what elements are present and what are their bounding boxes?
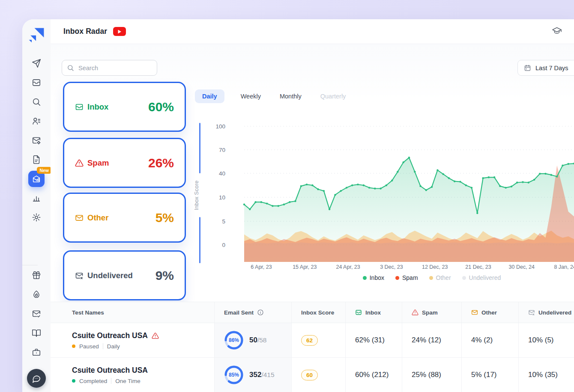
sidebar-item-gifts[interactable]	[22, 265, 51, 285]
svg-text:0: 0	[222, 242, 225, 248]
stat-card-undelivered[interactable]: Undelivered 9%	[63, 250, 186, 300]
info-icon[interactable]	[257, 309, 264, 316]
legend-dot	[363, 276, 367, 280]
sidebar-item-search[interactable]	[22, 92, 51, 111]
sidebar-item-settings[interactable]	[22, 208, 51, 227]
table-row[interactable]: Csuite Outreach USA PausedDaily 86% 50/5…	[51, 323, 574, 358]
youtube-badge[interactable]	[113, 27, 126, 36]
warning-icon	[152, 332, 159, 339]
document-icon	[32, 155, 41, 164]
stat-card-other[interactable]: Other 5%	[63, 193, 186, 243]
page-title: Inbox Radar	[63, 27, 107, 36]
legend-undelivered[interactable]: Undelivered	[462, 274, 501, 281]
deliverability-chart[interactable]: 051040701006 Apr, 2315 Apr, 2324 Apr, 23…	[206, 120, 574, 274]
sidebar-item-contacts[interactable]	[22, 111, 51, 131]
sent-count: 352	[249, 371, 261, 379]
svg-text:15 Apr, 23: 15 Apr, 23	[293, 264, 317, 270]
table-header: Test Names Email Sent Inbox Score Inbox …	[51, 302, 574, 323]
sidebar-item-send[interactable]	[22, 53, 51, 73]
page: { "header": { "title": "Inbox Radar" }, …	[0, 0, 574, 392]
sidebar-item-inbox-radar[interactable]: New	[22, 169, 51, 188]
sidebar-item-deliverability[interactable]	[22, 285, 51, 304]
app-window: New Inbox Radar	[22, 19, 574, 392]
app-logo[interactable]	[22, 19, 51, 44]
mail-x-icon	[528, 309, 535, 316]
stat-card-label: Spam	[87, 158, 109, 168]
chat-icon	[32, 374, 41, 383]
logo-icon	[27, 25, 46, 44]
svg-text:24 Apr, 23: 24 Apr, 23	[336, 264, 360, 270]
sidebar-item-email-verify[interactable]	[22, 304, 51, 323]
alert-triangle-icon	[75, 159, 84, 167]
bar-chart-icon	[32, 193, 41, 203]
mail-icon	[471, 309, 478, 316]
academy-icon[interactable]	[552, 26, 562, 38]
contacts-icon	[32, 116, 41, 126]
chat-widget-button[interactable]	[27, 369, 46, 388]
search-input[interactable]	[62, 60, 157, 76]
col-spam: Spam	[402, 302, 461, 323]
col-inbox-score: Inbox Score	[291, 302, 345, 323]
legend-inbox[interactable]: Inbox	[363, 274, 384, 281]
mail-chart-icon	[32, 174, 41, 184]
sidebar-item-toolbox[interactable]	[22, 342, 51, 362]
y-axis-line-top	[199, 123, 200, 173]
y-axis-line-bottom	[199, 217, 200, 263]
undelivered-cell: 10% (5)	[518, 323, 574, 357]
main-area: Inbox Radar Last 7 Days Inbox 60%	[51, 19, 574, 392]
tab-daily[interactable]: Daily	[195, 89, 224, 103]
tests-table: Test Names Email Sent Inbox Score Inbox …	[51, 302, 574, 392]
col-email-sent: Email Sent	[214, 302, 291, 323]
tab-monthly[interactable]: Monthly	[277, 89, 304, 103]
inbox-score-cell: 60	[291, 358, 345, 392]
sidebar-item-analytics[interactable]	[22, 188, 51, 208]
svg-text:10: 10	[219, 194, 225, 201]
y-axis-title: Inbox Score	[193, 174, 200, 216]
svg-text:5: 5	[222, 218, 225, 225]
legend-spam[interactable]: Spam	[395, 274, 418, 281]
svg-text:70: 70	[219, 147, 225, 153]
inbox-icon	[32, 78, 41, 87]
svg-text:6 Apr, 23: 6 Apr, 23	[251, 264, 272, 270]
test-name: Csuite Outreach USA	[72, 331, 159, 340]
col-other: Other	[461, 302, 518, 323]
book-icon	[32, 328, 41, 338]
stat-card-spam[interactable]: Spam 26%	[63, 138, 186, 188]
alert-triangle-icon	[412, 309, 419, 316]
score-badge: 62	[301, 335, 318, 346]
dashboard-content: Last 7 Days Inbox 60% Spam 26% Other 5% …	[51, 44, 574, 392]
stat-card-value: 26%	[148, 156, 174, 170]
sent-count: 50	[249, 336, 257, 344]
flame-icon	[32, 290, 41, 299]
sidebar-item-knowledge-base[interactable]	[22, 323, 51, 342]
search-box	[62, 60, 157, 76]
col-undelivered: Undelivered	[518, 302, 574, 323]
sidebar-item-email-settings[interactable]	[22, 131, 51, 150]
email-sent-cell: 85% 352/415	[214, 358, 291, 392]
tab-weekly[interactable]: Weekly	[238, 89, 263, 103]
inbox-radar-active-tile: New	[28, 171, 45, 187]
test-status: PausedDaily	[72, 343, 120, 350]
tab-quarterly[interactable]: Quarterly	[318, 89, 349, 103]
topbar: Inbox Radar	[51, 19, 574, 44]
mail-x-icon	[75, 271, 84, 280]
search-icon	[67, 64, 74, 71]
test-name-cell: Csuite Outreach USA PausedDaily	[51, 323, 214, 357]
new-badge: New	[37, 167, 51, 174]
table-row[interactable]: Csuite Outreach USA CompletedOne Time 85…	[51, 358, 574, 392]
sidebar-item-inbox[interactable]	[22, 73, 51, 92]
date-range-button[interactable]: Last 7 Days	[517, 60, 574, 76]
sent-total: /415	[261, 371, 274, 378]
stat-card-inbox[interactable]: Inbox 60%	[63, 82, 186, 132]
test-name: Csuite Outreach USA	[72, 366, 148, 375]
inbox-icon	[75, 103, 84, 111]
legend-other[interactable]: Other	[429, 274, 451, 281]
sidebar-item-documents[interactable]	[22, 150, 51, 169]
score-badge: 60	[301, 370, 318, 380]
svg-text:21 Dec, 23: 21 Dec, 23	[465, 264, 491, 270]
legend-dot	[395, 276, 399, 280]
stat-card-label: Other	[87, 213, 108, 223]
svg-text:3 Dec, 23: 3 Dec, 23	[380, 264, 403, 270]
spam-cell: 25% (88)	[402, 358, 461, 392]
svg-text:30 Dec, 24: 30 Dec, 24	[509, 264, 535, 270]
